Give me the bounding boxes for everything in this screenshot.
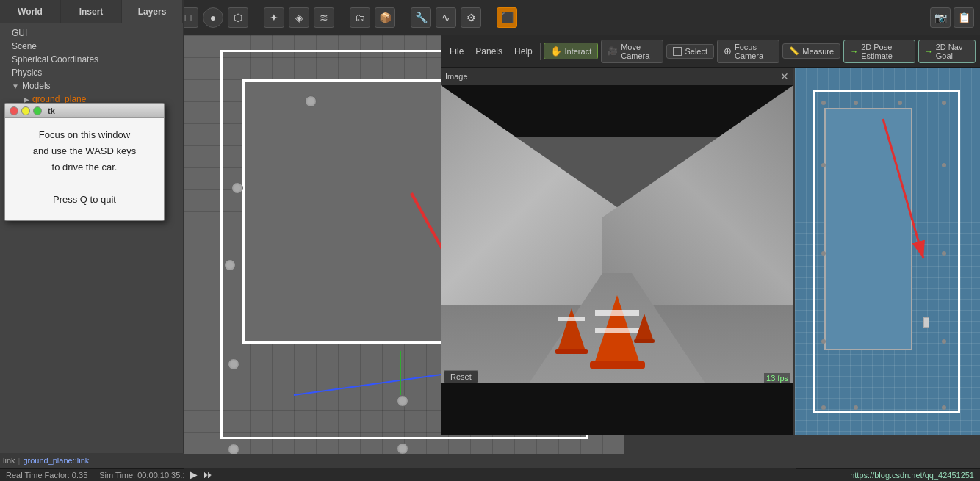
sep5 (403, 7, 403, 28)
step-btn[interactable]: ⏭ (203, 469, 214, 480)
minimap-track-inner (824, 108, 912, 350)
sim-time: Sim Time: 00:00:10:35.145 (99, 471, 195, 480)
rviz-measure-btn[interactable]: 📏 Measure (782, 43, 840, 59)
left-panel: World Insert Layers GUI Scene Spherical … (0, 0, 184, 470)
dot (854, 101, 858, 105)
link-label: link (3, 456, 15, 465)
tab-world[interactable]: World (0, 0, 61, 23)
path-btn[interactable]: ∿ (436, 7, 456, 28)
pose-label: 2D Pose Estimate (861, 43, 909, 60)
popup-line1: Focus on this window (17, 127, 152, 143)
fps-display: 13 fps (764, 373, 790, 383)
traffic-cone-small (635, 314, 655, 343)
dot (898, 101, 902, 105)
link-bar: link | ground_plane::link (0, 453, 184, 468)
sphere-btn[interactable]: ● (203, 7, 223, 28)
record-btn[interactable]: ⬛ (497, 7, 517, 28)
rviz-focus-camera-btn[interactable]: ⊕ Focus Camera (717, 40, 779, 63)
dot (942, 101, 946, 105)
tree-label: Scene (12, 41, 37, 51)
wrench-btn[interactable]: ⚙ (461, 7, 481, 28)
rviz-2d-pose-btn[interactable]: → 2D Pose Estimate (843, 40, 915, 63)
win-close-btn[interactable] (10, 106, 18, 115)
real-time-factor: Real Time Factor: 0.35 (6, 471, 87, 480)
rviz-sep1 (540, 43, 541, 60)
cone-marker (228, 358, 239, 370)
tree-label: Models (22, 81, 51, 91)
camera-titlebar: Image ✕ (441, 68, 793, 85)
camera-panel-title: Image (445, 72, 468, 81)
popup-title: tk (48, 106, 55, 115)
tree-label: Physics (12, 68, 42, 78)
minimap (795, 68, 980, 435)
win-max-btn[interactable] (33, 106, 42, 115)
rviz-move-camera-btn[interactable]: 🎥 Move Camera (601, 40, 663, 63)
spot-light-btn[interactable]: ◈ (289, 7, 309, 28)
popup-line3: to drive the car. (17, 159, 152, 176)
cone-marker (305, 95, 317, 107)
point-light-btn[interactable]: ✦ (264, 7, 284, 28)
tree-item-physics[interactable]: Physics (0, 66, 183, 79)
play-btn[interactable]: ▶ (190, 469, 198, 480)
dot (942, 251, 946, 256)
tab-layers[interactable]: Layers (122, 0, 183, 23)
reset-button[interactable]: Reset (444, 370, 478, 383)
tree-item-spherical[interactable]: Spherical Coordinates (0, 53, 183, 66)
camera-view: Image ✕ (441, 68, 793, 435)
pose-icon: → (850, 47, 858, 56)
tree-item-models[interactable]: ▼ Models (0, 79, 183, 93)
link-sep: | (18, 456, 21, 465)
dot (942, 405, 946, 410)
rviz-menu-help[interactable]: Help (510, 46, 537, 57)
dot (821, 101, 826, 105)
robot-marker (923, 317, 929, 328)
tree-item-gui[interactable]: GUI (0, 26, 183, 40)
rviz-toolbar: File Panels Help ✋ Interact 🎥 Move Camer… (441, 35, 980, 68)
rviz-menu-file[interactable]: File (445, 46, 468, 57)
cone-marker (228, 444, 239, 454)
rviz-interact-btn[interactable]: ✋ Interact (544, 43, 599, 59)
black-bar-bottom (441, 383, 793, 435)
sep3 (256, 7, 256, 28)
focus-icon: ⊕ (724, 46, 732, 57)
dot (821, 339, 826, 344)
nav-icon: → (925, 47, 933, 56)
tree-item-scene[interactable]: Scene (0, 40, 183, 53)
focus-label: Focus Camera (735, 43, 773, 60)
select-label: Select (685, 47, 707, 56)
model-btn[interactable]: 🗂 (350, 7, 370, 28)
nav-label: 2D Nav Goal (936, 43, 969, 60)
win-min-btn[interactable] (21, 106, 30, 115)
screenshot-btn[interactable]: 📷 (930, 7, 951, 28)
popup-line5: Press Q to quit (17, 192, 152, 208)
popup-window: tk Focus on this window and use the WASD… (4, 103, 165, 221)
dot (942, 163, 946, 167)
dot (821, 405, 826, 410)
panel-tabs: World Insert Layers (0, 0, 183, 23)
tab-insert[interactable]: Insert (61, 0, 122, 23)
tree-arrow: ▼ (12, 82, 19, 90)
url-display: https://blog.csdn.net/qq_42451251 (850, 471, 974, 480)
traffic-cone-medium (558, 308, 588, 354)
rviz-menu-panels[interactable]: Panels (471, 46, 507, 57)
dir-light-btn[interactable]: ≋ (314, 7, 334, 28)
minimap-grid (795, 68, 980, 435)
model2-btn[interactable]: 📦 (375, 7, 395, 28)
rviz-2d-nav-btn[interactable]: → 2D Nav Goal (918, 40, 976, 63)
dot (854, 405, 858, 410)
popup-line2: and use the WASD keys (17, 143, 152, 159)
interact-icon: ✋ (550, 46, 562, 57)
link-value: ground_plane::link (23, 456, 89, 465)
cone-marker (231, 182, 243, 194)
dot (942, 339, 946, 344)
tree-label: GUI (12, 28, 27, 38)
camera-close-btn[interactable]: ✕ (780, 70, 789, 82)
dot (821, 251, 826, 256)
build-btn[interactable]: 🔧 (411, 7, 431, 28)
popup-titlebar: tk (5, 104, 164, 118)
cylinder-btn[interactable]: ⬡ (228, 7, 248, 28)
camera-scene[interactable]: 13 fps Reset (441, 85, 793, 435)
log-btn[interactable]: 📋 (954, 7, 974, 28)
popup-body[interactable]: Focus on this window and use the WASD ke… (5, 118, 164, 220)
rviz-select-btn[interactable]: Select (666, 44, 714, 59)
